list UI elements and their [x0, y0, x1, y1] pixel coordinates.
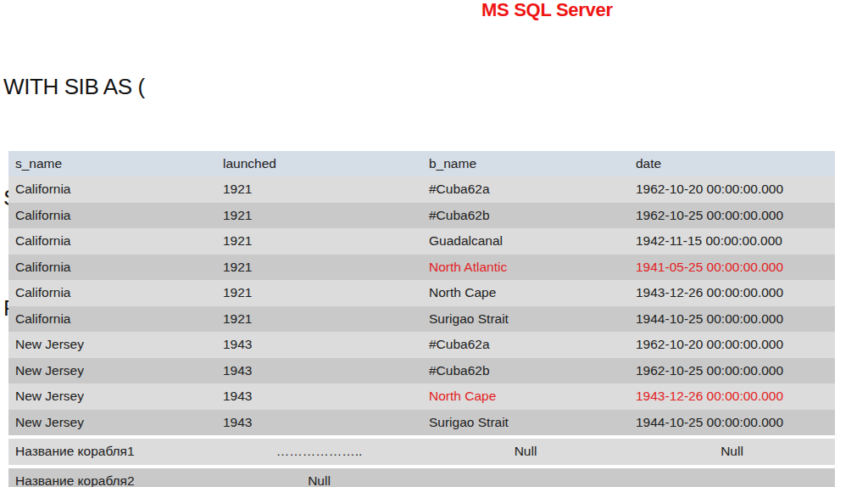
table-row: New Jersey1943#Cuba62b1962-10-25 00:00:0… [8, 358, 835, 384]
table-cell: California [8, 311, 216, 327]
table-cell: 1943 [216, 363, 422, 378]
table-cell: #Cuba62b [422, 208, 629, 223]
table-row: California1921#Cuba62a1962-10-20 00:00:0… [8, 176, 835, 203]
table-cell: California [8, 260, 216, 275]
table-cell: 1921 [216, 311, 422, 327]
table-row: California1921North Atlantic1941-05-25 0… [8, 255, 835, 281]
table-cell: California [8, 182, 216, 197]
table-cell: 1943 [216, 337, 422, 352]
table-cell: Название корабля2 [8, 473, 216, 487]
table-cell: New Jersey [8, 363, 216, 378]
table-cell: 1943 [216, 415, 422, 430]
table-row: New Jersey1943North Cape1943-12-26 00:00… [8, 383, 835, 410]
table-cell: California [8, 285, 216, 300]
table-cell: Surigao Strait [422, 415, 629, 430]
table-cell: New Jersey [8, 415, 216, 430]
table-cell: 1921 [216, 260, 422, 275]
table-cell: 1943-12-26 00:00:00.000 [629, 389, 835, 404]
table-row: Название корабля1………………..NullNull [8, 439, 835, 465]
table-cell: Null [216, 473, 422, 487]
table-row: California1921#Cuba62b1962-10-25 00:00:0… [8, 203, 835, 229]
table-cell: 1962-10-25 00:00:00.000 [629, 208, 835, 223]
table-cell: North Cape [422, 285, 629, 300]
table-cell: 1962-10-20 00:00:00.000 [629, 182, 835, 197]
table-cell: 1962-10-25 00:00:00.000 [629, 363, 835, 378]
slide: WITH SIB AS ( SELECT Ships.name as s_nam… [0, 0, 868, 487]
table-row: California1921North Cape1943-12-26 00:00… [8, 280, 835, 306]
table-row: New Jersey1943Surigao Strait1944-10-25 0… [8, 410, 835, 436]
column-header-launched: launched [216, 156, 422, 171]
table-cell: 1941-05-25 00:00:00.000 [629, 260, 835, 275]
table-cell: 1921 [216, 285, 422, 300]
table-cell: 1921 [216, 208, 422, 223]
table-cell: Guadalcanal [422, 233, 629, 249]
table-cell: 1921 [216, 182, 422, 197]
table-cell: California [8, 233, 216, 249]
table-cell: 1944-10-25 00:00:00.000 [629, 415, 835, 430]
table-row: California1921Surigao Strait1944-10-25 0… [8, 306, 835, 333]
column-header-b_name: b_name [422, 156, 629, 171]
table-cell: #Cuba62a [422, 182, 629, 197]
table-cell: Название корабля1 [8, 444, 216, 459]
table-cell: ……………….. [216, 444, 422, 459]
table-cell: 1944-10-25 00:00:00.000 [629, 311, 835, 327]
table-cell: 1962-10-20 00:00:00.000 [629, 337, 835, 352]
table-row: New Jersey1943#Cuba62a1962-10-20 00:00:0… [8, 332, 835, 358]
table-cell: Null [629, 444, 835, 459]
table-cell: #Cuba62a [422, 337, 629, 352]
column-header-s_name: s_name [8, 156, 216, 171]
results-table: s_namelaunchedb_namedateCalifornia1921#C… [8, 151, 835, 487]
table-cell: 1942-11-15 00:00:00.000 [629, 233, 835, 249]
table-cell: California [8, 208, 216, 223]
sql-code-line-1: WITH SIB AS ( [3, 69, 715, 106]
table-row: Название корабля2Null [8, 468, 835, 487]
table-cell: #Cuba62b [422, 363, 629, 378]
table-cell: North Cape [422, 389, 629, 404]
table-cell: North Atlantic [422, 260, 629, 275]
table-cell: 1921 [216, 233, 422, 249]
table-cell: 1943-12-26 00:00:00.000 [629, 285, 835, 300]
table-row: California1921Guadalcanal1942-11-15 00:0… [8, 228, 835, 255]
table-cell: New Jersey [8, 337, 216, 352]
server-label: MS SQL Server [481, 0, 613, 20]
table-header-row: s_namelaunchedb_namedate [8, 151, 835, 176]
table-cell: New Jersey [8, 389, 216, 404]
table-cell: Surigao Strait [422, 311, 629, 327]
table-cell: 1943 [216, 389, 422, 404]
table-cell: Null [422, 444, 629, 459]
column-header-date: date [629, 156, 835, 171]
